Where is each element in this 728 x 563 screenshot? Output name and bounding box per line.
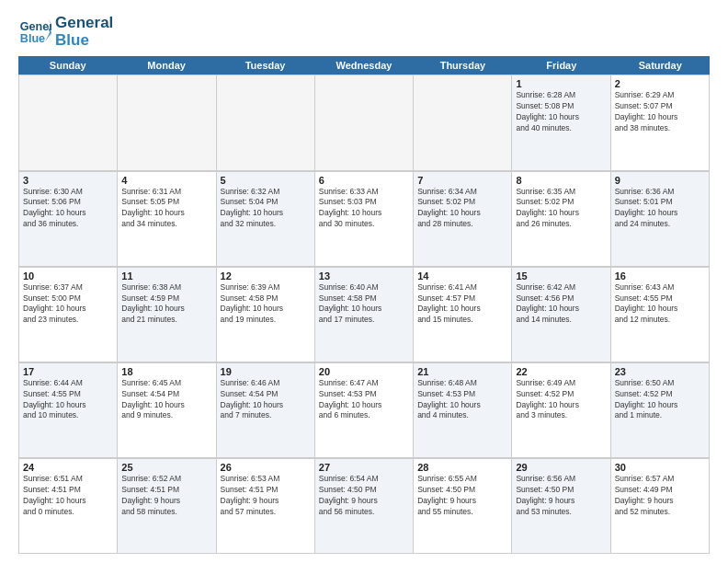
day-info: Sunrise: 6:55 AM Sunset: 4:50 PM Dayligh… [417, 474, 507, 518]
calendar-header: SundayMondayTuesdayWednesdayThursdayFrid… [18, 56, 710, 75]
calendar-week-3: 10Sunrise: 6:37 AM Sunset: 5:00 PM Dayli… [18, 267, 710, 362]
day-info: Sunrise: 6:38 AM Sunset: 4:59 PM Dayligh… [121, 282, 211, 327]
calendar-cell [118, 75, 216, 170]
calendar-body: 1Sunrise: 6:28 AM Sunset: 5:08 PM Daylig… [18, 75, 710, 554]
day-number: 22 [516, 366, 606, 377]
day-info: Sunrise: 6:30 AM Sunset: 5:06 PM Dayligh… [23, 187, 113, 231]
calendar-cell: 11Sunrise: 6:38 AM Sunset: 4:59 PM Dayli… [118, 268, 216, 362]
calendar-cell: 1Sunrise: 6:28 AM Sunset: 5:08 PM Daylig… [512, 75, 610, 170]
day-info: Sunrise: 6:54 AM Sunset: 4:50 PM Dayligh… [319, 474, 409, 518]
day-number: 24 [23, 462, 113, 473]
day-number: 6 [319, 175, 409, 186]
day-number: 25 [121, 462, 211, 473]
calendar-cell: 12Sunrise: 6:39 AM Sunset: 4:58 PM Dayli… [217, 268, 315, 362]
calendar-cell [19, 75, 118, 170]
calendar-cell: 20Sunrise: 6:47 AM Sunset: 4:53 PM Dayli… [315, 363, 414, 458]
day-number: 5 [221, 175, 311, 186]
day-number: 8 [516, 175, 606, 186]
calendar-cell: 9Sunrise: 6:36 AM Sunset: 5:01 PM Daylig… [611, 172, 710, 267]
header: General Blue General Blue [18, 15, 710, 49]
day-info: Sunrise: 6:46 AM Sunset: 4:54 PM Dayligh… [221, 378, 311, 422]
calendar-cell: 24Sunrise: 6:51 AM Sunset: 4:51 PM Dayli… [19, 459, 118, 554]
day-info: Sunrise: 6:47 AM Sunset: 4:53 PM Dayligh… [319, 378, 409, 422]
day-info: Sunrise: 6:50 AM Sunset: 4:52 PM Dayligh… [615, 378, 705, 422]
svg-text:Blue: Blue [20, 31, 45, 44]
calendar-cell: 26Sunrise: 6:53 AM Sunset: 4:51 PM Dayli… [217, 459, 315, 554]
day-number: 29 [516, 462, 606, 473]
day-number: 9 [615, 175, 705, 186]
day-number: 23 [615, 366, 705, 377]
calendar-cell: 28Sunrise: 6:55 AM Sunset: 4:50 PM Dayli… [414, 459, 512, 554]
day-info: Sunrise: 6:31 AM Sunset: 5:05 PM Dayligh… [121, 187, 211, 231]
calendar-cell [217, 75, 315, 170]
day-number: 30 [615, 462, 705, 473]
day-info: Sunrise: 6:41 AM Sunset: 4:57 PM Dayligh… [417, 282, 507, 327]
calendar-cell: 8Sunrise: 6:35 AM Sunset: 5:02 PM Daylig… [512, 172, 610, 267]
calendar-cell: 22Sunrise: 6:49 AM Sunset: 4:52 PM Dayli… [512, 363, 610, 458]
day-number: 21 [417, 366, 507, 377]
calendar-cell: 13Sunrise: 6:40 AM Sunset: 4:58 PM Dayli… [315, 268, 414, 362]
day-number: 17 [23, 366, 113, 377]
logo-general: General [55, 15, 113, 32]
page: General Blue General Blue SundayMondayTu… [0, 0, 728, 563]
calendar-cell: 25Sunrise: 6:52 AM Sunset: 4:51 PM Dayli… [118, 459, 216, 554]
day-info: Sunrise: 6:51 AM Sunset: 4:51 PM Dayligh… [23, 474, 113, 518]
calendar-cell: 16Sunrise: 6:43 AM Sunset: 4:55 PM Dayli… [611, 268, 710, 362]
calendar-week-5: 24Sunrise: 6:51 AM Sunset: 4:51 PM Dayli… [18, 458, 710, 554]
day-info: Sunrise: 6:45 AM Sunset: 4:54 PM Dayligh… [121, 378, 211, 422]
calendar-cell [315, 75, 414, 170]
calendar-cell: 14Sunrise: 6:41 AM Sunset: 4:57 PM Dayli… [414, 268, 512, 362]
day-number: 2 [615, 78, 705, 89]
day-info: Sunrise: 6:28 AM Sunset: 5:08 PM Dayligh… [516, 90, 606, 134]
day-number: 11 [121, 270, 211, 282]
day-number: 18 [121, 366, 211, 377]
day-info: Sunrise: 6:29 AM Sunset: 5:07 PM Dayligh… [615, 90, 705, 134]
day-info: Sunrise: 6:39 AM Sunset: 4:58 PM Dayligh… [221, 282, 311, 327]
calendar-cell: 3Sunrise: 6:30 AM Sunset: 5:06 PM Daylig… [19, 172, 118, 267]
day-info: Sunrise: 6:53 AM Sunset: 4:51 PM Dayligh… [221, 474, 311, 518]
calendar-cell: 5Sunrise: 6:32 AM Sunset: 5:04 PM Daylig… [217, 172, 315, 267]
logo-blue: Blue [55, 32, 113, 50]
calendar-cell: 18Sunrise: 6:45 AM Sunset: 4:54 PM Dayli… [118, 363, 216, 458]
day-number: 20 [319, 366, 409, 377]
weekday-header-tuesday: Tuesday [216, 56, 314, 75]
weekday-header-monday: Monday [117, 56, 215, 75]
calendar-cell [414, 75, 512, 170]
day-number: 3 [23, 175, 113, 186]
calendar-cell: 6Sunrise: 6:33 AM Sunset: 5:03 PM Daylig… [315, 172, 414, 267]
day-info: Sunrise: 6:57 AM Sunset: 4:49 PM Dayligh… [615, 474, 705, 518]
day-number: 1 [516, 78, 606, 89]
day-info: Sunrise: 6:37 AM Sunset: 5:00 PM Dayligh… [23, 282, 113, 327]
day-number: 4 [121, 175, 211, 186]
day-number: 26 [221, 462, 311, 473]
weekday-header-saturday: Saturday [611, 56, 710, 75]
calendar-cell: 19Sunrise: 6:46 AM Sunset: 4:54 PM Dayli… [217, 363, 315, 458]
day-info: Sunrise: 6:49 AM Sunset: 4:52 PM Dayligh… [516, 378, 606, 422]
day-info: Sunrise: 6:32 AM Sunset: 5:04 PM Dayligh… [221, 187, 311, 231]
logo-icon: General Blue [18, 16, 51, 49]
day-number: 14 [417, 270, 507, 282]
logo: General Blue General Blue [18, 15, 113, 49]
day-info: Sunrise: 6:52 AM Sunset: 4:51 PM Dayligh… [121, 474, 211, 518]
calendar-cell: 29Sunrise: 6:56 AM Sunset: 4:50 PM Dayli… [512, 459, 610, 554]
calendar-cell: 2Sunrise: 6:29 AM Sunset: 5:07 PM Daylig… [611, 75, 710, 170]
calendar-week-2: 3Sunrise: 6:30 AM Sunset: 5:06 PM Daylig… [18, 171, 710, 267]
day-info: Sunrise: 6:35 AM Sunset: 5:02 PM Dayligh… [516, 187, 606, 231]
day-info: Sunrise: 6:48 AM Sunset: 4:53 PM Dayligh… [417, 378, 507, 422]
day-info: Sunrise: 6:33 AM Sunset: 5:03 PM Dayligh… [319, 187, 409, 231]
weekday-header-wednesday: Wednesday [314, 56, 413, 75]
day-number: 27 [319, 462, 409, 473]
day-number: 13 [319, 270, 409, 282]
day-info: Sunrise: 6:40 AM Sunset: 4:58 PM Dayligh… [319, 282, 409, 327]
weekday-header-thursday: Thursday [414, 56, 512, 75]
day-number: 7 [417, 175, 507, 186]
day-number: 10 [23, 270, 113, 282]
day-info: Sunrise: 6:36 AM Sunset: 5:01 PM Dayligh… [615, 187, 705, 231]
calendar-cell: 21Sunrise: 6:48 AM Sunset: 4:53 PM Dayli… [414, 363, 512, 458]
day-number: 28 [417, 462, 507, 473]
calendar-cell: 17Sunrise: 6:44 AM Sunset: 4:55 PM Dayli… [19, 363, 118, 458]
day-info: Sunrise: 6:44 AM Sunset: 4:55 PM Dayligh… [23, 378, 113, 422]
day-info: Sunrise: 6:42 AM Sunset: 4:56 PM Dayligh… [516, 282, 606, 327]
day-info: Sunrise: 6:43 AM Sunset: 4:55 PM Dayligh… [615, 282, 705, 327]
weekday-header-sunday: Sunday [18, 56, 117, 75]
